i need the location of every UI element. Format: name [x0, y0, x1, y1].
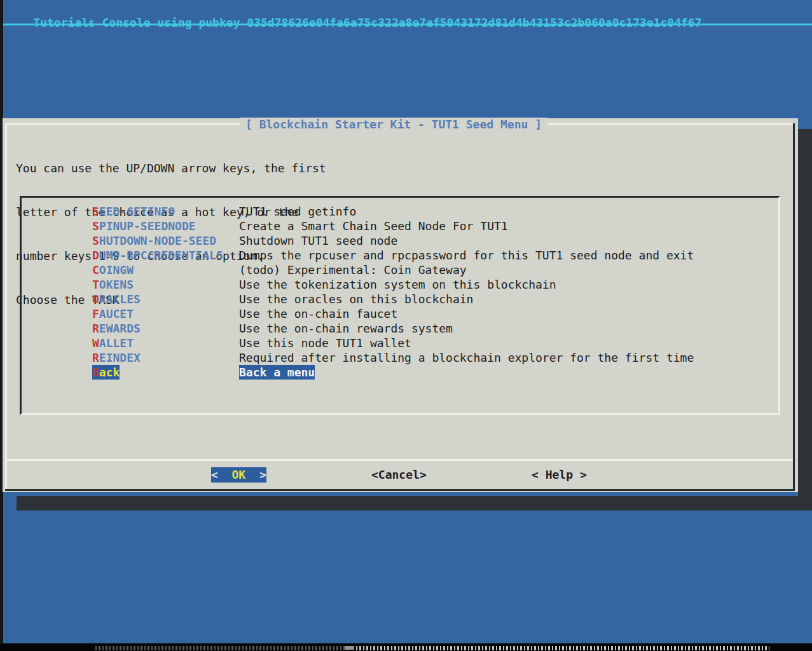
- menu-item-tag: WALLET: [92, 336, 134, 350]
- dialog-shadow-right: [798, 129, 812, 511]
- menu-item-dump-rpccredentials[interactable]: DUMP-RPCCREDENTIALS Dumps the rpcuser an…: [92, 248, 779, 263]
- menu-item-tag: COINGW: [92, 263, 134, 277]
- menu-item-tag: ORACLES: [92, 292, 141, 306]
- terminal-title-text: Tutorials Console using pubkey 035d78626…: [33, 16, 701, 29]
- menu-item-description: Dumps the rpcuser and rpcpassword for th…: [239, 248, 694, 263]
- menu-item-rewards[interactable]: REWARDS Use the on-chain rewards system: [92, 321, 779, 336]
- menu-item-coingw[interactable]: COINGW (todo) Experimental: Coin Gateway: [92, 263, 779, 277]
- menu-item-reindex[interactable]: REINDEX Required after installing a bloc…: [92, 350, 779, 365]
- menu-item-description: (todo) Experimental: Coin Gateway: [239, 263, 467, 277]
- help-button-bracket-right: >: [573, 468, 587, 481]
- menu-item-description: Create a Smart Chain Seed Node For TUT1: [239, 219, 508, 233]
- menu-item-tag: REWARDS: [92, 321, 141, 336]
- menu-item-tag: Back: [92, 365, 120, 380]
- menu-item-description: Back a menu: [239, 365, 315, 380]
- menu-item-description: Use the tokenization system on this bloc…: [239, 277, 556, 292]
- menu-item-tag: TOKENS: [92, 277, 134, 292]
- menu-item-tag: FAUCET: [92, 306, 134, 321]
- dialog-shadow-bottom: [17, 496, 812, 511]
- dialog-border-right: [793, 123, 795, 491]
- menu-item-wallet[interactable]: WALLET Use this node TUT1 wallet: [92, 336, 779, 350]
- menu-item-seed-getinfo[interactable]: SEED-GETINFO TUT1 seed getinfo: [92, 204, 779, 219]
- menu-list: SEED-GETINFO TUT1 seed getinfo SPINUP-SE…: [92, 204, 779, 380]
- clipped-terminal-text: [95, 646, 350, 650]
- help-button-label: Help: [546, 468, 573, 481]
- menu-item-description: Use the on-chain faucet: [239, 306, 397, 321]
- menu-item-tag: SPINUP-SEEDNODE: [92, 219, 196, 233]
- dialog-border-bottom: [5, 489, 795, 491]
- help-button-bracket-left: <: [532, 468, 546, 481]
- ok-button[interactable]: < OK >: [211, 467, 266, 483]
- menu-item-oracles[interactable]: ORACLES Use the oracles on this blockcha…: [92, 292, 779, 306]
- menu-item-description: Use the on-chain rewards system: [239, 321, 453, 336]
- menu-item-description: Use this node TUT1 wallet: [239, 336, 411, 350]
- menu-item-back-selected[interactable]: Back Back a menu: [92, 365, 779, 380]
- menu-item-description: TUT1 seed getinfo: [239, 204, 356, 219]
- terminal-screen: Tutorials Console using pubkey 035d78626…: [0, 0, 812, 651]
- menu-item-spinup-seednode[interactable]: SPINUP-SEEDNODE Create a Smart Chain See…: [92, 219, 779, 233]
- ok-button-label: OK: [232, 468, 246, 481]
- dialog-box: [ Blockchain Starter Kit - TUT1 Seed Men…: [3, 118, 798, 492]
- menu-item-description: Use the oracles on this blockchain: [239, 292, 473, 306]
- menu-item-description: Shutdown TUT1 seed node: [239, 233, 397, 248]
- menu-item-tag: SEED-GETINFO: [92, 204, 175, 219]
- menu-item-tag: DUMP-RPCCREDENTIALS: [92, 248, 223, 263]
- button-row-separator: [5, 459, 793, 461]
- menu-item-description: Required after installing a blockchain e…: [239, 350, 694, 365]
- cancel-button-bracket-left: <: [371, 468, 378, 481]
- menu-list-box: SEED-GETINFO TUT1 seed getinfo SPINUP-SE…: [20, 196, 780, 415]
- title-bar-underline: [3, 24, 812, 25]
- ok-button-bracket-left: <: [211, 468, 232, 481]
- cancel-button-bracket-right: >: [420, 468, 427, 481]
- terminal-title-bar: Tutorials Console using pubkey 035d78626…: [6, 1, 807, 45]
- menu-item-faucet[interactable]: FAUCET Use the on-chain faucet: [92, 306, 779, 321]
- clipped-terminal-text: [356, 646, 769, 650]
- cancel-button-label: Cancel: [378, 468, 420, 481]
- cancel-button[interactable]: <Cancel>: [371, 467, 427, 483]
- help-button[interactable]: < Help >: [532, 467, 587, 483]
- dialog-border-left: [5, 123, 7, 491]
- cursor-artifact: [345, 646, 354, 650]
- menu-item-tag: SHUTDOWN-NODE-SEED: [92, 233, 216, 248]
- dialog-title-text: [ Blockchain Starter Kit - TUT1 Seed Men…: [240, 118, 547, 131]
- menu-item-tokens[interactable]: TOKENS Use the tokenization system on th…: [92, 277, 779, 292]
- dialog-title: [ Blockchain Starter Kit - TUT1 Seed Men…: [3, 117, 785, 132]
- instruction-line: You can use the UP/DOWN arrow keys, the …: [16, 161, 326, 175]
- menu-item-shutdown-node-seed[interactable]: SHUTDOWN-NODE-SEED Shutdown TUT1 seed no…: [92, 233, 779, 248]
- menu-item-tag: REINDEX: [92, 350, 141, 365]
- ok-button-bracket-right: >: [245, 468, 266, 481]
